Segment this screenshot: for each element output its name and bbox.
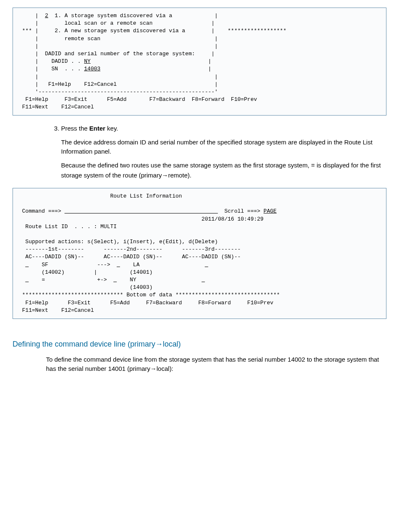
t1-line: |: [91, 58, 212, 64]
t2-row: SF --->: [28, 262, 117, 268]
t2-blank: [19, 200, 22, 207]
t2-scroll-value: PAGE: [263, 208, 276, 214]
t2-action-field[interactable]: _: [205, 262, 208, 268]
t2-header-divider: -------1st-------- -------2nd-------- --…: [19, 246, 241, 252]
step-list: Press the Enter key. The device address …: [61, 124, 386, 180]
t2-row: (14003): [19, 284, 153, 290]
t2-row: [19, 262, 26, 268]
t2-fkeys: F1=Help F3=Exit F5=Add F7=Backward F8=Fo…: [19, 300, 274, 306]
step3-text: Press the: [61, 125, 90, 132]
t2-cmd-field[interactable]: [64, 208, 218, 214]
equals-symbol: =: [311, 162, 315, 170]
t1-line: | DADID and serial number of the storage…: [19, 51, 215, 57]
t2-action-field[interactable]: _: [117, 262, 120, 268]
section-body: To define the command device line from t…: [46, 355, 386, 374]
step3-para2: Because the defined two routes use the s…: [61, 161, 386, 180]
t1-line: *** | 2. A new storage system discovered…: [19, 28, 286, 34]
t2-fkeys: F11=Next F12=Cancel: [19, 307, 94, 314]
step3-p2a: Because the defined two routes use the s…: [61, 162, 311, 169]
t1-line: | SN . . .: [19, 66, 84, 72]
t2-header-cols: AC----DADID (SN)-- AC----DADID (SN)-- AC…: [19, 254, 241, 260]
t2-row: [19, 277, 26, 283]
t2-title: Route List Information: [19, 193, 182, 199]
terminal-panel-2: Route List Information Command ===> Scro…: [13, 188, 386, 319]
section-heading: Defining the command device line (primar…: [13, 340, 386, 349]
t1-line: | local scan or a remote scan |: [19, 20, 215, 26]
t1-fkeys: F11=Next F12=Cancel: [19, 104, 94, 110]
t1-line: | |: [19, 74, 218, 80]
t2-timestamp: 2011/08/16 10:49:29: [19, 216, 263, 222]
step-3: Press the Enter key. The device address …: [61, 124, 386, 180]
t2-row: (14002) | (14001): [19, 269, 153, 275]
t1-line: '---------------------------------------…: [19, 89, 218, 95]
enter-key-label: Enter: [90, 125, 105, 132]
t1-line: | remote scan |: [19, 36, 218, 42]
t2-action-field[interactable]: _: [113, 277, 117, 283]
t1-line: 1. A storage system discovered via a |: [48, 13, 218, 19]
t1-fkeys: F1=Help F3=Exit F5=Add F7=Backward F8=Fo…: [19, 96, 257, 103]
t1-line: | DADID . .: [19, 58, 84, 64]
t2-routelist-id: Route List ID . . . : MULTI: [19, 224, 117, 230]
t2-blank: [19, 231, 22, 237]
t1-line: | F1=Help F12=Cancel |: [19, 81, 218, 87]
t2-row: NY: [117, 277, 202, 283]
t1-line: | |: [19, 43, 218, 49]
t2-cmd-label: Command ===>: [19, 208, 64, 214]
t2-scroll-label: Scroll ===>: [218, 208, 263, 214]
t1-sn-value: 14003: [84, 66, 100, 72]
t2-actions: Supported actions: s(Select), i(Insert),…: [19, 239, 218, 245]
t2-row: LA: [120, 262, 205, 268]
t1-dadid-value: NY: [84, 58, 91, 64]
t2-row: = +->: [28, 277, 113, 283]
terminal-panel-1: | 2 1. A storage system discovered via a…: [13, 8, 386, 116]
t1-line: |: [19, 13, 45, 19]
step3-rest: key.: [105, 125, 118, 132]
t2-bottom-marker: ******************************* Bottom o…: [19, 292, 280, 298]
step3-para1: The device address domain ID and serial …: [61, 138, 386, 157]
t2-action-field[interactable]: _: [202, 277, 205, 283]
t1-line: |: [100, 66, 211, 72]
